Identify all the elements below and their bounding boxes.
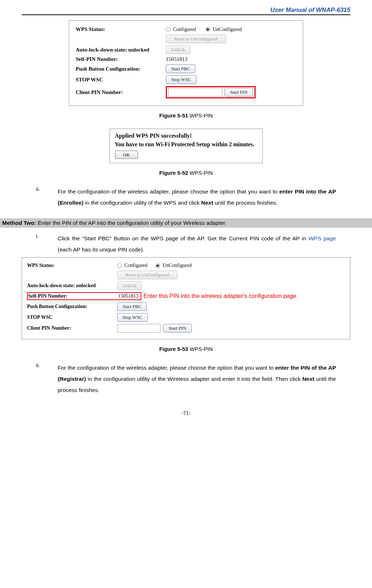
selfpin-value: 15051813 — [118, 293, 138, 299]
stopwsc-label: STOP WSC — [27, 315, 117, 320]
reset-unconfigured-button[interactable]: Reset to UnConfigured — [166, 35, 226, 43]
start-pin-button[interactable]: Start PIN — [163, 324, 192, 333]
wps-status-label: WPS Status: — [76, 26, 166, 32]
selfpin-highlight: Self-PIN Number: 15051813 — [27, 292, 141, 300]
wps-panel-51: WPS Status: Configured UnConfigured Rese… — [69, 20, 303, 106]
client-pin-highlight: Start PIN — [166, 86, 256, 98]
header-rule — [22, 14, 350, 15]
unlock-button[interactable]: Unlock — [117, 281, 142, 290]
start-pbc-button[interactable]: Start PBC — [166, 64, 195, 73]
radio-unconfigured-label: UnConfigured — [213, 27, 242, 32]
radio-configured-label: Configured — [173, 27, 196, 32]
selfpin-value: 15051813 — [166, 56, 187, 62]
wps-panel-53: WPS Status: Configured UnConfigured Rese… — [22, 257, 350, 339]
radio-configured[interactable] — [117, 263, 122, 268]
step-ii-1: ii. For the configuration of the wireles… — [36, 186, 336, 208]
autolock-label: Auto-lock-down state: unlocked — [76, 47, 166, 53]
client-pin-input[interactable] — [168, 88, 222, 97]
selfpin-label: Self-PIN Number: — [28, 293, 118, 299]
caption-52: Figure 5-52 WPS-PIN — [22, 170, 350, 176]
client-pin-input[interactable] — [117, 324, 160, 333]
pbc-label: Push Button Configuration: — [27, 304, 117, 309]
selfpin-annotation: Enter this PIN into the wireless adapter… — [143, 293, 298, 299]
unlock-button[interactable]: Unlock — [166, 45, 190, 54]
autolock-label: Auto-lock-down state: unlocked — [27, 283, 117, 289]
reset-unconfigured-button[interactable]: Reset to UnConfigured — [117, 271, 177, 279]
stop-wsc-button[interactable]: Stop WSC — [117, 313, 148, 322]
step-ii-2: ii. For the configuration of the wireles… — [36, 362, 336, 396]
pbc-label: Push Button Configuration: — [76, 66, 166, 72]
radio-configured-label: Configured — [124, 263, 147, 268]
start-pin-button[interactable]: Start PIN — [225, 88, 253, 97]
wps-page-link[interactable]: WPS page — [309, 235, 336, 241]
step-i-2: i. Click the "Start PBC" Button on the W… — [36, 233, 336, 255]
start-pbc-button[interactable]: Start PBC — [117, 302, 147, 311]
caption-53: Figure 5-53 WPS-PIN — [22, 346, 350, 352]
radio-unconfigured-label: UnConfigured — [163, 263, 192, 268]
page-number: -71- — [22, 410, 350, 416]
dialog-line2: You have to run Wi-Fi Protected Setup wi… — [115, 141, 257, 148]
radio-configured[interactable] — [166, 27, 170, 32]
wps-status-label: WPS Status: — [27, 263, 117, 268]
doc-header: User Manual of WNAP-6315 — [22, 6, 350, 14]
wps-dialog-52: Applied WPS PIN successfully! You have t… — [110, 129, 263, 163]
clientpin-label: Client PIN Number: — [27, 325, 117, 331]
caption-51: Figure 5-51 WPS-PIN — [22, 112, 350, 119]
clientpin-label: Client PIN Number: — [76, 89, 166, 95]
method-two-bar: Method Two: Enter the PIN of the AP into… — [0, 218, 372, 228]
ok-button[interactable]: OK — [115, 151, 138, 159]
dialog-line1: Applied WPS PIN successfully! — [115, 133, 257, 139]
stopwsc-label: STOP WSC — [76, 77, 166, 83]
stop-wsc-button[interactable]: Stop WSC — [166, 75, 196, 84]
radio-unconfigured[interactable] — [155, 263, 160, 268]
selfpin-label: Self-PIN Number: — [76, 56, 166, 62]
radio-unconfigured[interactable] — [205, 27, 210, 32]
